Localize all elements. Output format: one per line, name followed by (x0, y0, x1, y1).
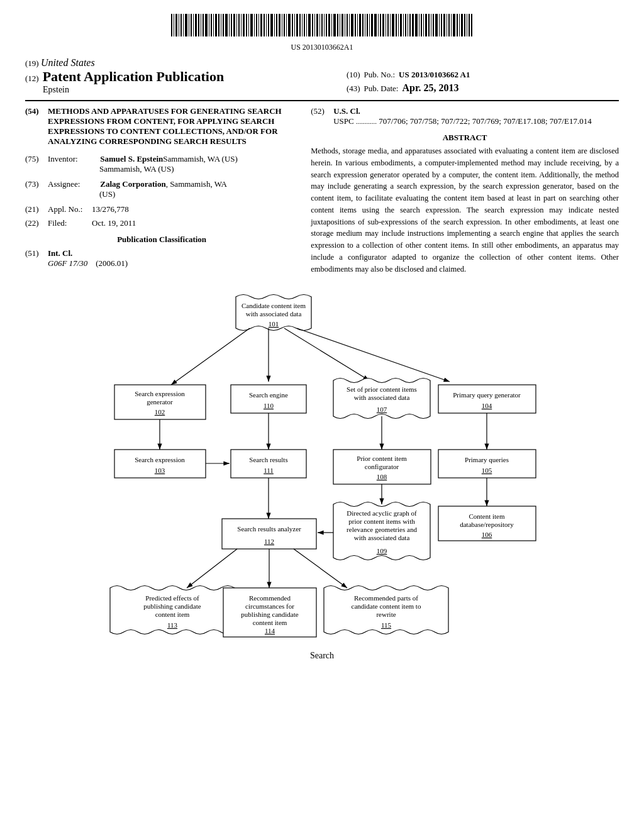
svg-text:database/repository: database/repository (460, 521, 514, 528)
svg-text:publishing candidate: publishing candidate (143, 602, 201, 610)
assignee-value: Zalag Corporation (100, 179, 165, 189)
svg-text:108: 108 (377, 473, 387, 480)
svg-rect-71 (349, 14, 350, 36)
filed-value: Oct. 19, 2011 (92, 218, 136, 228)
svg-rect-33 (254, 14, 255, 36)
svg-text:113: 113 (167, 621, 178, 629)
svg-text:Search engine: Search engine (249, 391, 288, 399)
svg-rect-19 (218, 14, 219, 36)
svg-text:publishing candidate: publishing candidate (241, 611, 298, 618)
svg-rect-51 (299, 14, 301, 36)
svg-rect-57 (314, 14, 315, 36)
svg-rect-85 (386, 14, 386, 36)
us-cl-section: (52) U.S. Cl. USPC ............ 707/706;… (311, 106, 619, 126)
svg-rect-18 (215, 14, 217, 36)
svg-text:Directed acyclic graph of: Directed acyclic graph of (347, 509, 417, 517)
svg-rect-96 (412, 14, 414, 36)
svg-rect-27 (238, 14, 240, 36)
barcode-image (165, 13, 479, 38)
pub-date-num: (43) (347, 84, 360, 94)
appl-num: (21) (25, 204, 48, 214)
svg-text:Search expression: Search expression (135, 390, 185, 397)
svg-rect-48 (292, 14, 293, 36)
svg-text:Content item: Content item (469, 512, 505, 520)
svg-text:112: 112 (264, 538, 274, 545)
svg-rect-10 (195, 14, 197, 36)
svg-rect-100 (423, 14, 424, 36)
inventor-name-row: Epstein (25, 85, 334, 95)
node-109: Directed acyclic graph of prior content … (333, 502, 430, 560)
filed-label: Filed: (48, 218, 92, 228)
svg-rect-75 (359, 14, 361, 36)
svg-rect-92 (403, 14, 404, 36)
svg-text:generator: generator (147, 398, 173, 406)
svg-rect-66 (337, 14, 338, 36)
svg-rect-46 (286, 14, 287, 36)
header-section: (19) United States (12) Patent Applicati… (25, 57, 619, 95)
inventor-loc-text: Sammamish, WA (US) (99, 164, 174, 174)
svg-rect-82 (378, 14, 379, 36)
pub-type-text: Patent Application Publication (43, 69, 224, 85)
node-102: Search expression generator 102 (114, 385, 206, 419)
title-section: (54) METHODS AND APPARATUSES FOR GENERAT… (25, 106, 298, 147)
pub-no-label: Pub. No.: (364, 70, 395, 80)
right-column: (52) U.S. Cl. USPC ............ 707/706;… (311, 106, 619, 275)
svg-text:Search results: Search results (249, 456, 287, 463)
svg-line-124 (171, 328, 250, 385)
svg-rect-44 (282, 14, 282, 36)
svg-rect-55 (308, 14, 311, 36)
svg-text:105: 105 (482, 467, 492, 474)
svg-rect-114 (459, 14, 460, 36)
int-cl-row: G06F 17/30 (2006.01) (48, 258, 128, 268)
svg-text:circumstances for: circumstances for (245, 602, 294, 610)
svg-rect-86 (387, 14, 389, 36)
svg-rect-0 (171, 14, 172, 36)
svg-rect-84 (382, 14, 384, 36)
pub-no-value: US 2013/0103662 A1 (399, 70, 470, 80)
svg-rect-108 (443, 14, 445, 36)
svg-rect-72 (351, 14, 353, 36)
svg-rect-76 (362, 14, 364, 36)
svg-text:109: 109 (377, 547, 387, 555)
svg-rect-40 (270, 14, 273, 36)
svg-rect-116 (464, 14, 465, 36)
svg-rect-62 (326, 14, 327, 36)
abstract-text: Methods, storage media, and apparatuses … (311, 145, 619, 275)
svg-text:relevance geometries and: relevance geometries and (347, 526, 417, 533)
svg-rect-105 (435, 14, 438, 36)
us-cl-label: U.S. Cl. (333, 106, 360, 116)
svg-rect-88 (392, 14, 394, 36)
svg-rect-20 (221, 14, 221, 36)
svg-text:rewrite: rewrite (376, 611, 396, 618)
appl-no-label: Appl. No.: (48, 204, 92, 214)
svg-rect-110 (448, 14, 450, 36)
svg-rect-99 (421, 14, 422, 36)
svg-text:Search results analyzer: Search results analyzer (237, 525, 301, 533)
svg-rect-119 (471, 14, 472, 36)
pub-type-num: (12) (25, 74, 39, 84)
node-112: Search results analyzer 112 (222, 519, 316, 549)
svg-rect-79 (369, 14, 370, 36)
svg-rect-16 (211, 14, 212, 36)
svg-rect-101 (425, 14, 427, 36)
svg-rect-34 (256, 14, 257, 36)
int-cl-class: G06F 17/30 (48, 258, 87, 268)
svg-rect-74 (357, 14, 358, 36)
svg-rect-87 (390, 14, 391, 36)
node-107: Set of prior content items with associat… (333, 379, 430, 419)
svg-rect-21 (223, 14, 224, 36)
title-text: METHODS AND APPARATUSES FOR GENERATING S… (48, 106, 282, 146)
svg-rect-23 (229, 14, 230, 36)
svg-rect-73 (355, 14, 356, 36)
svg-rect-81 (374, 14, 377, 36)
svg-rect-43 (279, 14, 280, 36)
svg-text:with associated data: with associated data (354, 394, 410, 401)
svg-text:Search expression: Search expression (135, 456, 185, 463)
svg-rect-90 (398, 14, 399, 36)
svg-rect-69 (345, 14, 345, 36)
svg-rect-70 (347, 14, 348, 36)
svg-rect-60 (321, 14, 323, 36)
pub-type-row: (12) Patent Application Publication (25, 69, 334, 85)
svg-rect-29 (243, 14, 245, 36)
svg-rect-1 (174, 14, 174, 36)
